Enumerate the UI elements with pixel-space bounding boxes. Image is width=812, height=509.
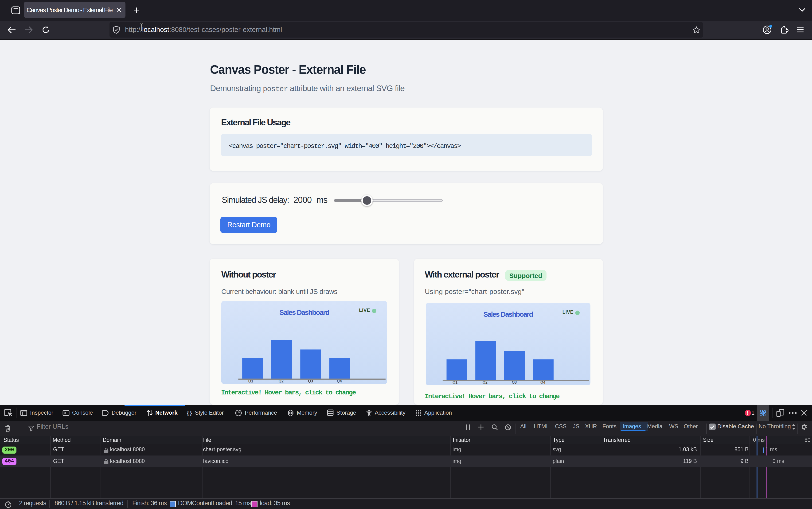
svg-text:Q2: Q2	[279, 379, 283, 383]
svg-text:Q3: Q3	[308, 379, 313, 383]
svg-text:Q3: Q3	[512, 381, 516, 384]
svg-text:Sales Dashboard: Sales Dashboard	[483, 310, 533, 318]
svg-text:Q1: Q1	[452, 381, 457, 384]
svg-text:Sales Dashboard: Sales Dashboard	[279, 308, 329, 316]
svg-text:Q4: Q4	[337, 379, 342, 383]
svg-text:LIVE: LIVE	[359, 308, 370, 313]
svg-text:LIVE: LIVE	[562, 309, 573, 315]
svg-text:Q4: Q4	[540, 381, 545, 384]
svg-text:Q1: Q1	[248, 379, 253, 383]
svg-text:Q2: Q2	[482, 381, 487, 384]
